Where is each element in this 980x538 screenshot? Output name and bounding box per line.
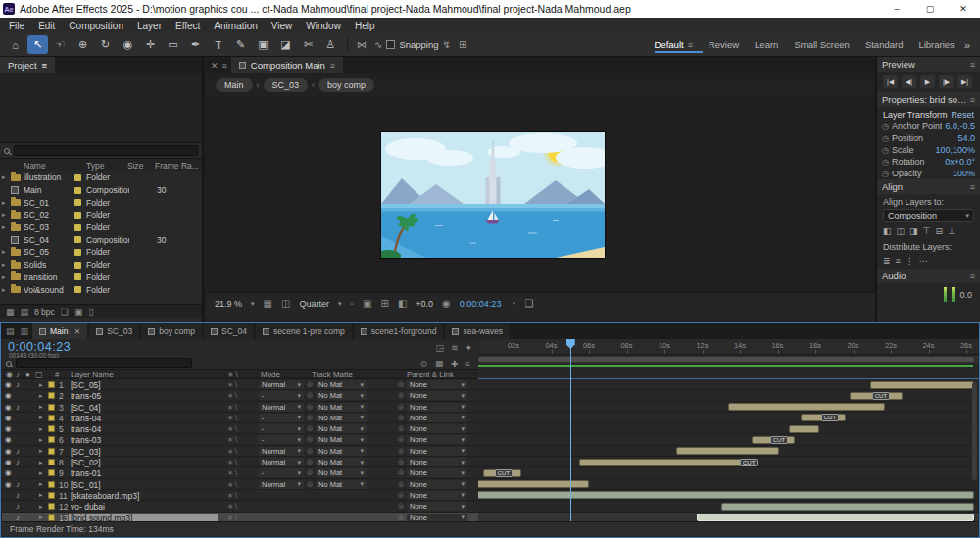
viewer-option-icon[interactable]: ⊞	[380, 298, 388, 309]
timeline-search-input[interactable]	[16, 358, 192, 368]
visibility-toggle[interactable]: ◉	[5, 468, 12, 477]
parent-select[interactable]: None▾	[407, 480, 467, 489]
property-value[interactable]: 54.0	[957, 133, 975, 143]
project-item[interactable]: ▸transitionFolder	[0, 271, 202, 284]
align-panel-header[interactable]: Align ≡	[877, 179, 980, 194]
project-item[interactable]: ▸SC_01Folder	[0, 196, 202, 209]
timeline-toggle-icon[interactable]: ✚	[451, 359, 458, 368]
layer-name[interactable]: trans-01	[71, 468, 220, 478]
layer-color-chip[interactable]	[48, 425, 55, 432]
project-footer-icon[interactable]: ❏	[61, 307, 69, 317]
timeline-scrollbar[interactable]	[972, 382, 977, 480]
track-matte-column-header[interactable]: Track Matte	[312, 370, 368, 379]
project-item[interactable]: ▸Voi&soundFolder	[0, 283, 202, 296]
twirl-icon[interactable]: ▸	[2, 261, 6, 269]
zoom-tool[interactable]: ⊕	[73, 35, 93, 54]
cut-marker[interactable]: CUT	[495, 469, 513, 477]
viewer-option-icon[interactable]: ▫	[350, 298, 354, 309]
timeline-toggle-icon[interactable]: ▦	[435, 359, 443, 368]
mode-select[interactable]: -▾	[259, 435, 304, 444]
timeline-layer-row[interactable]: ◉▸9trans-01∗∖-▾◎No Mat▾◎None▾	[2, 467, 478, 478]
menu-effect[interactable]: Effect	[169, 21, 207, 31]
layer-name[interactable]: trans-03	[71, 435, 220, 445]
layer-color-chip[interactable]	[48, 481, 55, 488]
twirl-icon[interactable]: ▸	[39, 480, 43, 488]
mode-select[interactable]: Normal▾	[259, 380, 304, 389]
audio-toggle[interactable]: ♪	[16, 380, 20, 389]
property-value[interactable]: 100%	[953, 169, 975, 178]
column-name[interactable]: Name	[24, 161, 46, 171]
panel-menu-icon[interactable]: ≡	[42, 60, 48, 71]
project-tab[interactable]: Project ≡	[0, 57, 55, 73]
align-to-select[interactable]: Composition ▾	[883, 209, 974, 222]
parent-select[interactable]: None▾	[407, 435, 467, 444]
last-frame-button[interactable]: ▶|	[957, 75, 972, 88]
align-button[interactable]: ⊤	[923, 226, 931, 236]
viewer-option-icon[interactable]: ❏	[524, 298, 533, 309]
parent-select[interactable]: None▾	[407, 468, 467, 477]
property-value[interactable]: 0x+0.0°	[945, 157, 975, 167]
timeline-tab-secene-1-pre-comp[interactable]: secene 1-pre comp	[256, 323, 352, 339]
stopwatch-icon[interactable]: ◷	[882, 146, 889, 155]
panel-menu-icon[interactable]: ≡	[970, 95, 975, 105]
eraser-tool[interactable]: ◪	[275, 35, 296, 54]
layer-switches[interactable]: ∗∖	[227, 502, 238, 511]
type-tool[interactable]: T	[208, 35, 228, 54]
visibility-toggle[interactable]: ◉	[5, 458, 12, 466]
twirl-icon[interactable]: ▸	[39, 436, 43, 444]
timeline-layer-row[interactable]: ◉▸6trans-03∗∖-▾◎No Mat▾◎None▾	[2, 434, 478, 445]
next-frame-button[interactable]: |▶	[939, 75, 954, 88]
audio-toggle[interactable]: ♪	[16, 447, 20, 456]
layer-color-chip[interactable]	[48, 404, 55, 411]
timeline-layer-row[interactable]: ◉▸2trans-05∗∖-▾◎No Mat▾◎None▾	[2, 390, 478, 401]
selection-tool[interactable]: ↖	[27, 35, 48, 54]
twirl-icon[interactable]: ▸	[39, 403, 43, 411]
camera-icon[interactable]: ◉	[442, 298, 451, 309]
layer-name[interactable]: vo- dubai	[71, 502, 220, 512]
visibility-toggle[interactable]: ◉	[5, 424, 12, 433]
pickwhip-icon[interactable]: ◎	[398, 468, 404, 476]
pickwhip-icon[interactable]: ◎	[398, 414, 404, 421]
twirl-icon[interactable]: ▸	[39, 469, 43, 477]
timeline-tab-main[interactable]: Main✕	[32, 323, 87, 339]
menu-view[interactable]: View	[265, 21, 300, 31]
project-item[interactable]: MainComposition30	[0, 184, 202, 197]
timeline-layer-row[interactable]: ◉▸4trans-04∗∖-▾◎No Mat▾◎None▾	[2, 413, 478, 423]
menu-window[interactable]: Window	[299, 21, 348, 31]
twirl-icon[interactable]: ▸	[2, 273, 6, 281]
project-item[interactable]: ▸SC_02Folder	[0, 209, 202, 221]
pickwhip-icon[interactable]: ◎	[398, 514, 404, 521]
layer-switches[interactable]: ∗∖	[227, 380, 238, 389]
layer-color-chip[interactable]	[48, 469, 55, 476]
maximize-button[interactable]: ▢	[913, 0, 947, 18]
layer-color-chip[interactable]	[48, 514, 55, 521]
layer-switches[interactable]: ∗∖	[227, 391, 238, 400]
tab-strip-icon[interactable]: ▥	[21, 326, 29, 336]
zoom-select[interactable]: 21.9 %	[215, 299, 242, 309]
pickwhip-icon[interactable]: ◎	[398, 435, 404, 443]
timeline-layer-row[interactable]: ◉♪▸7[SC_03]∗∖Normal▾◎No Mat▾◎None▾	[2, 446, 478, 457]
layer-name[interactable]: [SC_04]	[71, 403, 220, 413]
layer-switches[interactable]: ∗∖	[227, 491, 238, 500]
close-button[interactable]: ✕	[947, 0, 980, 18]
track-matte-select[interactable]: No Mat▾	[316, 458, 367, 466]
layer-duration-bar[interactable]	[478, 480, 589, 488]
resolution-select[interactable]: Quarter	[299, 299, 329, 309]
layer-color-chip[interactable]	[48, 459, 55, 465]
layer-switches[interactable]: ∗∖	[227, 403, 238, 412]
timeline-tab-sea-waves[interactable]: sea-waves	[445, 323, 510, 339]
panel-menu-icon[interactable]: ≡	[222, 61, 227, 71]
panel-menu-icon[interactable]: ≡	[970, 182, 975, 192]
first-frame-button[interactable]: |◀	[883, 75, 898, 88]
layer-duration-bar[interactable]	[721, 503, 974, 511]
twirl-icon[interactable]: ▸	[39, 392, 43, 400]
snap-option-icon[interactable]: ↯	[443, 39, 451, 50]
workspace-standard[interactable]: Standard	[865, 35, 904, 54]
orbit-camera-tool[interactable]: ↻	[95, 35, 116, 54]
visibility-toggle[interactable]: ◉	[5, 403, 12, 412]
project-search-input[interactable]	[14, 145, 198, 156]
pickwhip-icon[interactable]: ◎	[398, 447, 404, 455]
panel-menu-icon[interactable]: ≡	[330, 61, 335, 71]
layer-color-chip[interactable]	[48, 492, 55, 499]
align-button[interactable]: ◫	[897, 226, 906, 236]
